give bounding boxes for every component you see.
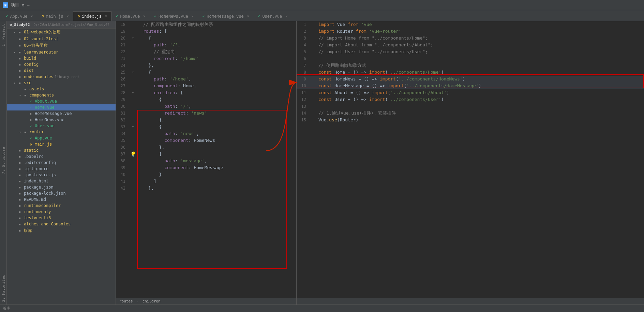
fold-arrow[interactable]: ▾ <box>132 69 134 76</box>
tab-label-index-js: index.js <box>82 14 102 19</box>
line-number: 5 <box>297 48 310 55</box>
minimize-icon[interactable]: — <box>27 3 29 8</box>
line-number: 27 <box>116 83 130 89</box>
tree-item[interactable]: ▪ static <box>7 147 116 153</box>
project-panel-label[interactable]: 1: Project <box>0 21 6 49</box>
tree-file-icon: ▪ <box>17 62 23 67</box>
tab-app-vue[interactable]: ✓ App.vue × <box>1 11 37 21</box>
code-line: 9 const HomeNews = () => import('../comp… <box>297 76 644 83</box>
tree-item[interactable]: ▾ ▪ src <box>7 80 116 86</box>
tab-close-app-vue[interactable]: × <box>31 14 33 18</box>
tree-file-icon: ▪ <box>28 117 33 122</box>
tree-item[interactable]: ▾ ▪ components <box>7 92 116 98</box>
tab-home-vue[interactable]: ✓ Home.vue × <box>111 11 150 21</box>
tab-main-js[interactable]: ⚙ main.js × <box>37 11 73 21</box>
code-line: 12 const User = () => import('../compone… <box>297 96 644 103</box>
tree-item[interactable]: ✓ User.vue <box>7 123 116 129</box>
tree-label: HomeNews.vue <box>35 117 64 122</box>
tree-item[interactable]: ▪ .babelrc <box>7 153 116 160</box>
tree-item[interactable]: ▪ config <box>7 61 116 68</box>
tree-item[interactable]: ▪ package-lock.json <box>7 190 116 196</box>
tab-close-user-vue[interactable]: × <box>285 14 287 18</box>
line-content: path: 'message', <box>136 158 296 164</box>
line-content: { <box>136 151 296 158</box>
tree-label: components <box>29 93 54 98</box>
line-content: redirect: '/home' <box>136 55 296 62</box>
tree-item[interactable]: ⚙ main.js <box>7 141 116 147</box>
breadcrumb-children: children <box>143 299 161 303</box>
tree-item[interactable]: ▪ assets <box>7 86 116 92</box>
line-content: { <box>136 123 296 130</box>
line-number: 23 <box>116 55 130 62</box>
tree-label: .babelrc <box>24 154 44 159</box>
tree-item[interactable]: ▪ 02-vuecli2test <box>7 36 116 42</box>
tab-index-js[interactable]: ⚙ index.js × <box>73 11 111 21</box>
tree-file-icon: ✓ <box>28 105 33 110</box>
left-code-content[interactable]: 18 // 配置路由和组件之间的映射关系 19 routes: [ 20 ▾ {… <box>116 21 296 298</box>
tab-close-index-js[interactable]: × <box>105 14 107 18</box>
code-line: 35 component: HomeNews <box>116 137 296 144</box>
tree-item[interactable]: ✓ Home.vue <box>7 104 116 110</box>
tree-item[interactable]: ▪ 06-箭头函数 <box>7 42 116 49</box>
favorites-panel-label[interactable]: 2: Favorites <box>0 272 6 304</box>
tree-item[interactable]: ▾ ▪ 01-webpack的使用 <box>7 29 116 36</box>
line-content: { <box>136 96 296 103</box>
tree-item[interactable]: ▾ ▪ router <box>7 129 116 135</box>
line-content: const User = () => import('../components… <box>317 96 644 103</box>
code-line: 5 // import User from "../components/Use… <box>297 48 644 55</box>
tree-item[interactable]: ▪ node_modules library root <box>7 74 116 80</box>
tree-item[interactable]: ▪ runtimecompiler <box>7 203 116 209</box>
tab-close-homenews-vue[interactable]: × <box>192 14 194 18</box>
tab-close-homemessage-vue[interactable]: × <box>247 14 249 18</box>
line-number: 11 <box>297 89 310 96</box>
fold-arrow[interactable]: ▾ <box>132 89 134 96</box>
line-number: 14 <box>297 110 310 117</box>
line-number: 24 <box>116 62 130 69</box>
tab-close-home-vue[interactable]: × <box>143 14 145 18</box>
fold-arrow[interactable]: ▾ <box>132 123 134 130</box>
tree-item[interactable]: ▪ .postcssrc.js <box>7 172 116 178</box>
tree-label: main.js <box>35 142 52 147</box>
right-code-content[interactable]: 1 import Vue from 'vue' 2 import Router … <box>297 21 644 298</box>
tree-file-icon: ▪ <box>23 93 28 98</box>
tree-item[interactable]: ▪ README.md <box>7 196 116 203</box>
line-number: 3 <box>297 35 310 42</box>
tab-homenews-vue[interactable]: ✓ HomeNews.vue × <box>150 11 198 21</box>
tree-file-icon: ▪ <box>17 185 23 190</box>
fold-arrow[interactable]: ▾ <box>132 35 134 42</box>
tree-item[interactable]: ▪ .gitignore <box>7 166 116 172</box>
line-number: 8 <box>297 69 310 76</box>
line-number: 6 <box>297 55 310 62</box>
tree-item[interactable]: ▪ runtimeonly <box>7 209 116 215</box>
tree-item[interactable]: ✓ About.vue <box>7 98 116 104</box>
tree-item[interactable]: ▪ testvuecli3 <box>7 215 116 221</box>
tree-item[interactable]: ▪ index.html <box>7 178 116 184</box>
line-gutter: 💡 <box>130 151 136 158</box>
tree-item[interactable]: ▪ HomeMessage.vue <box>7 110 116 117</box>
tree-item[interactable]: ▾ ▪ learnvuerouter <box>7 49 116 55</box>
tree-file-icon: ▪ <box>17 209 23 214</box>
tree-item[interactable]: ▪ 版库 <box>7 227 116 234</box>
title-bar: ▣ 项目 ⚙ — <box>0 0 644 10</box>
line-number: 41 <box>116 178 130 185</box>
bulb-icon[interactable]: 💡 <box>130 151 136 158</box>
tree-file-icon: ▪ <box>17 160 23 165</box>
tree-item[interactable]: ▪ HomeNews.vue <box>7 117 116 123</box>
tree-item[interactable]: ▪ dist <box>7 68 116 74</box>
tab-homemessage-vue[interactable]: ✓ HomeMessage.vue × <box>198 11 254 21</box>
structure-panel-label[interactable]: 7: Structure <box>0 144 6 177</box>
tree-item[interactable]: ▪ atches and Consoles <box>7 221 116 227</box>
tab-user-vue[interactable]: ✓ User.vue × <box>254 11 292 21</box>
code-line: 22 // 重定向 <box>116 48 296 55</box>
tab-close-main-js[interactable]: × <box>66 14 69 18</box>
tree-item[interactable]: ▪ package.json <box>7 184 116 190</box>
tree-item[interactable]: ▪ build <box>7 55 116 61</box>
project-path: D:\CWork\WebStormProjects\Vue_Study02 <box>33 23 109 27</box>
settings-icon[interactable]: ⚙ <box>22 3 24 8</box>
tab-icon-main-js: ⚙ <box>42 14 44 18</box>
tree-item[interactable]: ✓ App.vue <box>7 135 116 141</box>
line-content: import Router from 'vue-router' <box>317 28 644 35</box>
title-bar-left: ▣ 项目 ⚙ — <box>3 2 29 8</box>
tree-item[interactable]: ▪ .editorconfig <box>7 160 116 166</box>
main-layout: 1: Project 7: Structure 2: Favorites e_S… <box>0 21 644 304</box>
